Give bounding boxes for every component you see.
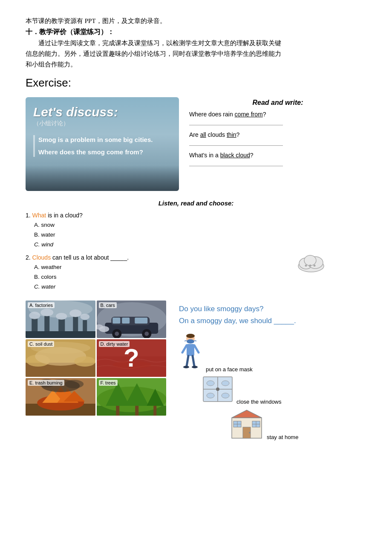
action-windows-v2: close the windows [202, 376, 366, 405]
svg-point-4 [305, 264, 307, 266]
grid-trash: E. trash burning [26, 378, 95, 416]
discuss-questions: Smog is a problem in some big cities. Wh… [33, 135, 171, 157]
svg-point-81 [40, 309, 53, 316]
svg-rect-126 [116, 406, 119, 416]
label-dirty-water: D. dirty water [99, 341, 130, 347]
svg-point-82 [56, 313, 67, 320]
svg-line-137 [187, 356, 188, 366]
q2-rest: can tell us a lot about _____. [51, 254, 129, 261]
q1-rest: is in a cloud? [46, 212, 83, 219]
label-factories: A. factories [28, 302, 55, 308]
svg-point-131 [187, 339, 194, 344]
grid-dirty-water: ? D. dirty water [97, 339, 167, 377]
svg-rect-134 [187, 344, 194, 356]
rw-q2-underline-all: all [200, 131, 206, 138]
svg-line-132 [184, 341, 187, 341]
grid-trees: F. trees [97, 378, 167, 416]
listen-section: Listen, read and choose: 1. What is in a… [26, 199, 366, 292]
grid-cars: B. cars [97, 301, 167, 338]
home-v2 [230, 408, 263, 439]
svg-line-138 [193, 356, 194, 366]
home-figure-v2 [230, 408, 263, 440]
action-mask-label-v2: put on a face mask [206, 366, 253, 373]
svg-point-80 [29, 312, 40, 319]
label-trees: F. trees [99, 380, 118, 386]
rw-q3-underline: black cloud [220, 152, 250, 159]
grid-soil: C. soil dust [26, 339, 95, 377]
rw-q2: Are all clouds thin? [189, 131, 366, 138]
svg-line-133 [194, 341, 196, 341]
q1-text: 1. What is in a cloud? [26, 212, 366, 219]
discuss-box: Let's discuss: （小组讨论） Smog is a problem … [26, 97, 179, 191]
para3: 和小组合作能力。 [26, 61, 366, 69]
svg-point-5 [309, 264, 311, 266]
discuss-title: Let's discuss: [33, 105, 171, 119]
rw-q2-underline-thin: thin [227, 131, 236, 138]
svg-point-91 [115, 332, 119, 336]
q2-highlight: Clouds [32, 254, 51, 261]
svg-line-135 [182, 345, 187, 353]
q2-option-c: C. water [34, 282, 366, 292]
cloud-svg [294, 250, 328, 273]
intro-line1: 本节课的教学资源有 PPT，图片，及文章的录音。 [26, 17, 366, 25]
q1-options: A. snow B. water C. wind [34, 220, 366, 250]
action-home-label-v2: stay at home [267, 434, 298, 440]
read-write-box: Read and write: Where does rain come fro… [189, 97, 366, 172]
svg-point-146 [222, 381, 229, 386]
rw-q3: What's in a black cloud? [189, 152, 366, 159]
svg-rect-94 [112, 318, 120, 324]
rw-answer-line-3 [189, 160, 283, 166]
svg-point-130 [186, 334, 195, 338]
action-home-v2: stay at home [230, 408, 366, 440]
grid-factories: A. factories [26, 301, 95, 338]
label-soil: C. soil dust [28, 341, 54, 347]
svg-point-144 [216, 387, 219, 391]
smoggy-q2-v2: On a smoggy day, we should _____. [179, 317, 366, 325]
label-cars: B. cars [99, 302, 117, 308]
question-1: 1. What is in a cloud? A. snow B. water … [26, 212, 366, 250]
discuss-q2: Where does the smog come from? [38, 147, 171, 157]
svg-point-140 [192, 366, 198, 368]
smog-city-decoration [26, 165, 179, 191]
q1-highlight: What [32, 212, 46, 219]
svg-rect-95 [122, 318, 130, 324]
para2: 信息的能力。另外，通过设置趣味的小组讨论练习，同时在课堂教学中培养学生的思维能力 [26, 50, 366, 58]
rw-answer-line-2 [189, 140, 283, 146]
svg-point-84 [80, 314, 89, 320]
svg-point-83 [69, 309, 81, 317]
cloud-icon [294, 250, 328, 275]
person-mask-v2 [179, 334, 202, 371]
discuss-read-section: Let's discuss: （小组讨论） Smog is a problem … [26, 97, 366, 191]
teaching-eval-heading: 十．教学评价（课堂练习）： [26, 28, 366, 37]
svg-point-145 [207, 381, 214, 386]
svg-point-152 [249, 432, 251, 434]
action-windows-label-v2: close the windows [236, 399, 282, 405]
exercise-heading: Exercise: [26, 76, 366, 90]
discuss-subtitle: （小组讨论） [33, 120, 171, 127]
svg-rect-96 [135, 318, 147, 324]
question-2: 2. Clouds can tell us a lot about _____.… [26, 254, 366, 292]
bottom-section-v2: A. factories B. cars [26, 301, 366, 440]
svg-point-139 [183, 366, 189, 368]
discuss-q1: Smog is a problem in some big cities. [38, 135, 171, 145]
mask-figure-v2 [179, 334, 202, 373]
read-write-title: Read and write: [189, 99, 366, 107]
q1-num: 1. [26, 212, 32, 219]
svg-point-6 [314, 264, 316, 266]
q1-option-b: B. water [34, 230, 366, 240]
q2-num: 2. [26, 254, 32, 261]
question-mark-big: ? [124, 343, 139, 373]
svg-rect-127 [135, 406, 138, 416]
q1-option-a: A. snow [34, 220, 366, 230]
svg-point-103 [74, 356, 95, 367]
svg-point-147 [207, 393, 214, 398]
rw-answer-line-1 [189, 119, 283, 125]
action-mask-v2: put on a face mask [179, 334, 366, 373]
svg-point-3 [304, 255, 316, 266]
para1: 通过让学生阅读文章，完成课本及课堂练习，以检测学生对文章大意的理解及获取关键 [26, 39, 366, 47]
rw-q1: Where does rain come from? [189, 111, 366, 118]
svg-point-117 [65, 380, 84, 388]
svg-rect-85 [26, 331, 95, 338]
svg-line-136 [194, 345, 199, 353]
svg-rect-128 [153, 406, 156, 416]
